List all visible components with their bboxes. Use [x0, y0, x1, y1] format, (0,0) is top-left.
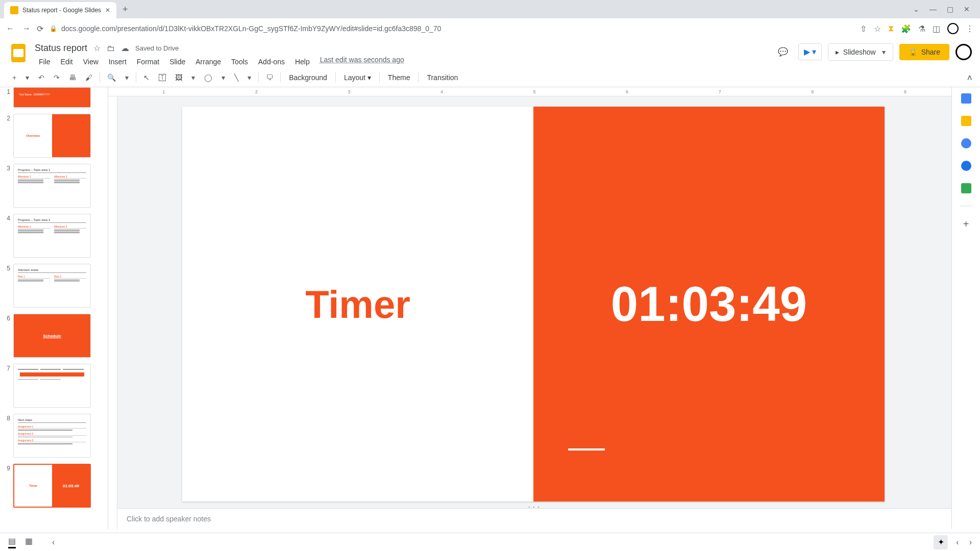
thumbnail-1[interactable]: Your Name · DD/MM/YYYY — [13, 87, 91, 108]
zoom-icon[interactable]: 🔍 — [103, 70, 120, 85]
select-tool-icon[interactable]: ↖ — [139, 70, 154, 85]
reload-icon[interactable]: ⟳ — [37, 24, 43, 34]
menu-help[interactable]: Help — [291, 56, 314, 68]
star-icon[interactable]: ☆ — [874, 24, 881, 34]
ext-flask-icon[interactable]: ⚗ — [918, 24, 925, 34]
menu-format[interactable]: Format — [133, 56, 163, 68]
redo-icon[interactable]: ↷ — [50, 70, 64, 85]
maps-icon[interactable] — [961, 183, 971, 193]
extensions-icon[interactable]: 🧩 — [901, 24, 911, 34]
star-outline-icon[interactable]: ☆ — [93, 43, 101, 53]
undo-icon[interactable]: ↶ — [34, 70, 48, 85]
slide-title-text[interactable]: Timer — [305, 282, 410, 327]
layout-button[interactable]: Layout ▾ — [339, 70, 376, 85]
share-page-icon[interactable]: ⇧ — [860, 24, 867, 34]
forward-icon[interactable]: → — [22, 24, 31, 33]
next-icon[interactable]: › — [969, 538, 972, 547]
background-button[interactable]: Background — [284, 70, 332, 85]
thumbnail-8[interactable]: Next stepsAssignment 1Assignment 2Assign… — [13, 414, 91, 458]
slides-logo[interactable] — [8, 43, 29, 63]
thumbnail-3[interactable]: Progress – Topic area 1Milestone 1Milest… — [13, 164, 91, 208]
notes-placeholder: Click to add speaker notes — [127, 515, 211, 523]
thumbnail-9[interactable]: Timer01:03:49 — [13, 464, 91, 508]
grid-view-icon[interactable]: ▦ — [25, 536, 33, 548]
thumb-number: 1 — [4, 87, 10, 95]
ext-hourglass-icon[interactable]: ⧗ — [888, 24, 894, 33]
close-window-icon[interactable]: ✕ — [964, 5, 970, 13]
timer-value[interactable]: 01:03:49 — [611, 276, 807, 332]
contacts-icon[interactable] — [961, 161, 971, 171]
shape-dropdown[interactable]: ▾ — [217, 70, 229, 85]
present-dropdown[interactable]: ▶ ▾ — [798, 43, 822, 60]
paint-format-icon[interactable]: 🖌 — [81, 70, 96, 85]
maximize-icon[interactable]: ▢ — [947, 5, 953, 13]
kebab-icon[interactable]: ⋮ — [966, 24, 974, 34]
lock-icon: 🔒 — [50, 25, 57, 32]
last-edit-link[interactable]: Last edit was seconds ago — [320, 56, 404, 68]
image-icon[interactable]: 🖼 — [171, 70, 186, 85]
image-dropdown[interactable]: ▾ — [187, 70, 199, 85]
doc-title[interactable]: Status report — [35, 43, 87, 54]
url-box[interactable]: 🔒 docs.google.com/presentation/d/1D3lKt-… — [50, 24, 854, 33]
theme-button[interactable]: Theme — [383, 70, 415, 85]
canvas-scroll[interactable]: Timer 01:03:49 — [108, 96, 951, 505]
explore-button[interactable]: ✦ — [934, 535, 948, 549]
slide-canvas[interactable]: Timer 01:03:49 — [182, 107, 885, 502]
side-panel: + — [951, 87, 980, 529]
filmstrip-view-icon[interactable]: ▤ — [8, 536, 16, 548]
minimize-icon[interactable]: — — [929, 5, 937, 13]
back-icon[interactable]: ← — [6, 24, 14, 33]
calendar-icon[interactable] — [961, 93, 971, 104]
thumbnail-6[interactable]: Schedule — [13, 314, 91, 358]
new-tab-button[interactable]: + — [122, 4, 128, 15]
line-dropdown[interactable]: ▾ — [243, 70, 255, 85]
collapse-rail-icon[interactable]: ‹ — [52, 538, 55, 547]
new-slide-button[interactable]: + — [8, 70, 20, 85]
add-addon-icon[interactable]: + — [963, 218, 969, 230]
thumbnail-4[interactable]: Progress – Topic area 2Milestone 1Milest… — [13, 214, 91, 258]
menu-view[interactable]: View — [79, 56, 103, 68]
print-icon[interactable]: 🖶 — [65, 70, 80, 85]
transition-button[interactable]: Transition — [422, 70, 463, 85]
saved-status: Saved to Drive — [135, 44, 179, 52]
move-folder-icon[interactable]: 🗀 — [107, 44, 115, 53]
profile-avatar[interactable] — [947, 23, 959, 34]
slide-left-half[interactable]: Timer — [182, 107, 533, 502]
menu-slide[interactable]: Slide — [165, 56, 189, 68]
thumbnail-rail[interactable]: 1 Your Name · DD/MM/YYYY 2 Overview 3 Pr… — [0, 87, 108, 529]
comment-icon[interactable]: 🗨 — [262, 70, 277, 85]
menu-tools[interactable]: Tools — [227, 56, 252, 68]
chevron-down-icon[interactable]: ▾ — [882, 48, 886, 56]
prev-icon[interactable]: ‹ — [956, 538, 959, 547]
separator — [258, 72, 259, 83]
thumbnail-5[interactable]: Attention areasRisk 1Risk 2 — [13, 264, 91, 308]
zoom-dropdown[interactable]: ▾ — [121, 70, 133, 85]
textbox-icon[interactable]: 🅃 — [155, 70, 170, 85]
slide-right-half[interactable]: 01:03:49 — [533, 107, 885, 502]
cloud-icon[interactable]: ☁ — [121, 43, 129, 53]
menu-file[interactable]: File — [35, 56, 55, 68]
menu-addons[interactable]: Add-ons — [254, 56, 289, 68]
line-icon[interactable]: ╲ — [230, 70, 242, 85]
slideshow-button[interactable]: ▸ Slideshow ▾ — [828, 43, 893, 61]
horizontal-ruler[interactable]: 123456789 — [108, 87, 951, 96]
new-slide-dropdown[interactable]: ▾ — [21, 70, 33, 85]
menu-arrange[interactable]: Arrange — [191, 56, 225, 68]
chevron-down-icon[interactable]: ⌄ — [913, 5, 919, 13]
keep-icon[interactable] — [961, 116, 971, 126]
close-icon[interactable]: ✕ — [105, 7, 110, 14]
comments-icon[interactable]: 💬 — [774, 43, 792, 61]
thumbnail-2[interactable]: Overview — [13, 114, 91, 158]
collapse-toolbar-icon[interactable]: ʌ — [967, 72, 972, 82]
speaker-notes[interactable]: Click to add speaker notes — [117, 508, 951, 529]
thumbnail-7[interactable] — [13, 364, 91, 408]
sidepanel-icon[interactable]: ◫ — [933, 24, 940, 34]
menu-edit[interactable]: Edit — [57, 56, 77, 68]
account-avatar[interactable] — [955, 44, 972, 60]
browser-tab[interactable]: Status report - Google Slides ✕ — [4, 2, 116, 18]
tasks-icon[interactable] — [961, 138, 971, 148]
vertical-ruler[interactable] — [108, 96, 117, 529]
share-button[interactable]: 🔒 Share — [899, 44, 949, 60]
shape-icon[interactable]: ◯ — [200, 70, 216, 85]
menu-insert[interactable]: Insert — [105, 56, 131, 68]
